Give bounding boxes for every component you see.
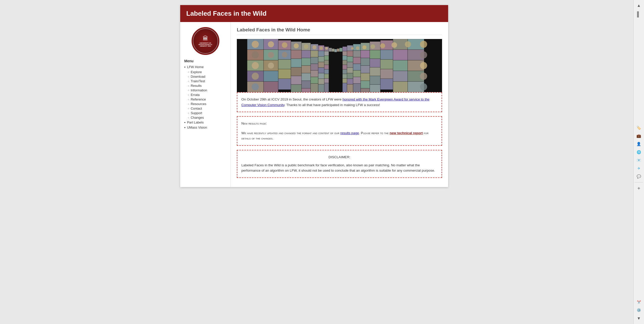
svg-rect-24 xyxy=(302,58,311,66)
svg-rect-38 xyxy=(318,56,324,62)
content-wrapper: 🏛 UNIVERSITY OF MASSACHUSETTSAMHERST 186… xyxy=(180,22,448,187)
traintest-link[interactable]: Train/Test xyxy=(191,79,205,83)
results-notice-box: New results page: We have recently updat… xyxy=(237,116,442,146)
svg-point-113 xyxy=(252,73,259,80)
results-link[interactable]: Results xyxy=(191,84,201,88)
outlook-icon[interactable]: 📧 xyxy=(636,157,642,164)
nav-sub-item-information: Information xyxy=(188,88,226,92)
skype-icon[interactable]: 💬 xyxy=(636,173,642,180)
svg-rect-10 xyxy=(264,82,278,92)
svg-rect-87 xyxy=(361,81,370,88)
nav-sub-item-errata: Errata xyxy=(188,93,226,97)
svg-rect-93 xyxy=(370,76,380,85)
nav-sub-item-contact: Contact xyxy=(188,107,226,110)
svg-rect-37 xyxy=(318,51,324,56)
svg-rect-19 xyxy=(291,67,302,76)
svg-rect-86 xyxy=(361,73,370,81)
faces-banner xyxy=(237,39,442,92)
svg-rect-49 xyxy=(324,69,329,74)
svg-rect-35 xyxy=(311,84,318,92)
svg-rect-78 xyxy=(353,64,361,70)
svg-rect-46 xyxy=(324,56,329,60)
right-sidebar: ▲ ▌ 🏷️ 💼 👤 🌐 📧 ✈ 💬 + ✂️ ⚙️ ▼ xyxy=(633,0,644,324)
svg-rect-66 xyxy=(342,83,347,92)
svg-rect-17 xyxy=(291,50,302,59)
svg-rect-26 xyxy=(302,73,311,81)
svg-rect-99 xyxy=(380,79,393,90)
gear-icon[interactable]: ⚙️ xyxy=(636,307,642,313)
svg-rect-39 xyxy=(318,62,324,68)
part-labels-link[interactable]: Part Labels xyxy=(187,120,204,124)
contact-link[interactable]: Contact xyxy=(191,107,202,110)
svg-rect-81 xyxy=(353,84,361,92)
errata-link[interactable]: Errata xyxy=(191,93,199,97)
disclaimer-box: DISCLAIMER: Labeled Faces in the Wild is… xyxy=(237,150,442,178)
svg-rect-55 xyxy=(334,49,337,52)
add-button[interactable]: + xyxy=(635,185,642,192)
umass-vision-link[interactable]: UMass Vision xyxy=(187,126,207,129)
nav-sub-list: Explore Download Train/Test Results Info… xyxy=(184,70,226,119)
umass-shield-icon: 🏛 xyxy=(203,35,208,42)
svg-rect-50 xyxy=(324,74,329,78)
lfw-home-link[interactable]: LFW Home xyxy=(187,65,204,69)
svg-rect-42 xyxy=(318,79,324,84)
svg-rect-58 xyxy=(342,47,347,51)
svg-rect-9 xyxy=(264,71,278,82)
svg-point-123 xyxy=(319,46,323,50)
svg-rect-53 xyxy=(329,48,332,52)
svg-rect-31 xyxy=(311,57,318,64)
nav-item-part-labels: Part Labels xyxy=(184,120,226,125)
svg-rect-21 xyxy=(291,85,302,92)
svg-rect-41 xyxy=(318,73,324,79)
main-area: Labeled Faces in the Wild 🏛 UNIVERSITY O… xyxy=(0,0,633,324)
briefcase-icon[interactable]: 💼 xyxy=(636,133,642,139)
svg-rect-102 xyxy=(393,60,408,71)
svg-point-133 xyxy=(420,51,427,58)
svg-rect-32 xyxy=(311,64,318,70)
changes-link[interactable]: Changes xyxy=(191,116,204,119)
svg-rect-57 xyxy=(339,48,342,52)
nav-item-umass-vision: UMass Vision xyxy=(184,126,226,130)
svg-point-110 xyxy=(252,41,259,48)
resources-link[interactable]: Resources xyxy=(191,102,206,106)
results-page-link[interactable]: results page xyxy=(340,131,359,135)
svg-point-120 xyxy=(294,43,299,48)
nav-list: LFW Home Explore Download Train/Test Res… xyxy=(184,65,226,130)
svg-rect-43 xyxy=(318,84,324,92)
svg-rect-54 xyxy=(332,49,334,52)
download-link[interactable]: Download xyxy=(191,75,205,78)
scroll-down-arrow[interactable]: ▼ xyxy=(635,315,642,322)
svg-point-116 xyxy=(268,52,274,58)
svg-rect-51 xyxy=(324,78,329,83)
svg-rect-59 xyxy=(342,51,347,56)
reference-link[interactable]: Reference xyxy=(191,97,206,101)
explore-link[interactable]: Explore xyxy=(191,70,202,74)
scissor-settings-icon[interactable]: ✂️ xyxy=(636,299,642,305)
svg-rect-90 xyxy=(370,50,380,59)
technical-report-link[interactable]: new technical report xyxy=(390,131,423,135)
site-header: Labeled Faces in the Wild xyxy=(180,5,448,22)
nav-sub-item-results: Results xyxy=(188,84,226,88)
svg-rect-14 xyxy=(278,69,291,79)
svg-rect-69 xyxy=(347,56,353,62)
svg-rect-70 xyxy=(347,62,353,68)
tag-icon[interactable]: 🏷️ xyxy=(636,125,642,131)
edge-icon[interactable]: 🌐 xyxy=(636,149,642,155)
information-link[interactable]: Information xyxy=(191,88,207,92)
svg-rect-48 xyxy=(324,65,329,69)
svg-rect-72 xyxy=(347,73,353,79)
scroll-thumb[interactable]: ▌ xyxy=(635,11,642,18)
nav-sub-item-reference: Reference xyxy=(188,97,226,101)
svg-rect-18 xyxy=(291,59,302,67)
svg-rect-13 xyxy=(278,59,291,69)
svg-point-135 xyxy=(420,73,427,80)
person-icon[interactable]: 👤 xyxy=(636,141,642,147)
svg-rect-64 xyxy=(342,74,347,78)
svg-rect-65 xyxy=(342,78,347,83)
support-link[interactable]: Support xyxy=(191,111,202,115)
scroll-up-arrow[interactable]: ▲ xyxy=(635,2,642,9)
svg-rect-61 xyxy=(342,60,347,65)
sidebar-divider xyxy=(635,182,643,183)
svg-point-125 xyxy=(351,47,354,50)
telegram-icon[interactable]: ✈ xyxy=(636,165,642,172)
